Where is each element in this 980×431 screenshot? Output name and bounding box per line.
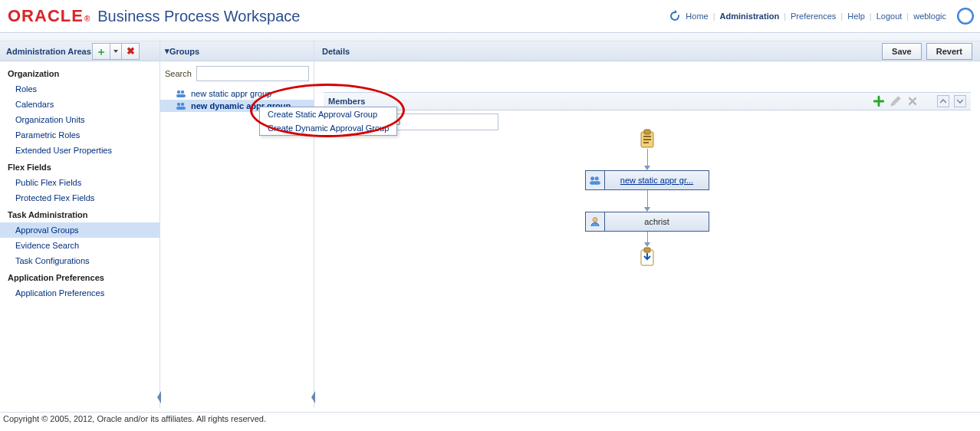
section-task-administration: Task Administration: [0, 206, 159, 222]
section-organization: Organization: [0, 64, 159, 81]
link-user[interactable]: weblogic: [913, 12, 946, 21]
create-dynamic-group-option[interactable]: Create Dynamic Approval Group: [260, 121, 396, 135]
group-item-label: new static appr group: [191, 89, 271, 98]
svg-point-12: [595, 176, 599, 180]
flow-arrow-icon: [644, 190, 650, 212]
group-item-static[interactable]: new static appr group: [160, 87, 314, 100]
main-layout: Administration Areas Organization Roles …: [0, 41, 980, 408]
collapse-up-button[interactable]: [937, 95, 949, 107]
nav-task-configurations[interactable]: Task Configurations: [0, 253, 159, 268]
brand-reg-icon: ®: [84, 15, 90, 23]
sidebar: Administration Areas Organization Roles …: [0, 41, 160, 408]
groups-header: ▾ Groups: [160, 41, 314, 61]
nav-approval-groups[interactable]: Approval Groups: [0, 222, 159, 238]
revert-button[interactable]: Revert: [926, 43, 972, 60]
sidebar-nav: Organization Roles Calendars Organizatio…: [0, 61, 159, 304]
svg-rect-2: [176, 94, 186, 97]
group-icon: [176, 89, 186, 98]
details-title: Details: [322, 47, 350, 56]
svg-point-1: [181, 90, 184, 94]
add-group-button[interactable]: ＋: [92, 43, 110, 60]
svg-rect-16: [644, 248, 650, 252]
nav-public-flex-fields[interactable]: Public Flex Fields: [0, 175, 159, 190]
members-header: Members: [324, 92, 971, 110]
svg-point-11: [590, 176, 594, 180]
header-substrip: [0, 33, 980, 41]
nav-parametric-roles[interactable]: Parametric Roles: [0, 127, 159, 143]
link-home[interactable]: Home: [686, 12, 708, 21]
flow-group-link[interactable]: new static appr gr...: [620, 176, 693, 185]
refresh-icon[interactable]: [669, 10, 681, 22]
x-icon: ✖: [127, 46, 135, 56]
details-header: Details Save Revert: [314, 41, 980, 61]
link-logout[interactable]: Logout: [876, 12, 903, 21]
svg-point-14: [593, 218, 597, 222]
brand-ring-icon: [957, 8, 974, 25]
flow-node-user[interactable]: achrist: [585, 212, 709, 232]
link-preferences[interactable]: Preferences: [791, 12, 836, 21]
nav-calendars[interactable]: Calendars: [0, 97, 159, 112]
plus-icon: ＋: [96, 46, 107, 57]
svg-rect-13: [590, 181, 600, 185]
collapse-down-button[interactable]: [954, 95, 966, 107]
create-group-dropdown: Create Static Approval Group Create Dyna…: [259, 107, 397, 136]
nav-protected-flex-fields[interactable]: Protected Flex Fields: [0, 190, 159, 206]
save-button-label: Save: [892, 47, 912, 56]
brand-logo: ORACLE®: [8, 6, 90, 26]
members-label: Members: [328, 97, 365, 106]
svg-rect-8: [643, 136, 651, 137]
brand-text: ORACLE: [8, 6, 84, 26]
svg-rect-7: [644, 130, 650, 134]
caret-down-icon: [113, 50, 118, 53]
section-flex-fields: Flex Fields: [0, 158, 159, 175]
members-tools: [873, 95, 966, 107]
start-icon: [639, 129, 656, 149]
copyright-text: Copyright © 2005, 2012, Oracle and/or it…: [3, 414, 266, 423]
save-button[interactable]: Save: [882, 43, 922, 60]
remove-member-button[interactable]: [906, 95, 919, 107]
groups-search-row: Search: [160, 61, 314, 86]
add-group-dropdown-toggle[interactable]: [110, 43, 122, 60]
members-flow: new static appr gr... achrist: [324, 110, 971, 371]
details-panel: Details Save Revert Members: [314, 41, 980, 408]
groups-toolbar: ＋ ✖: [92, 41, 140, 61]
details-actions: Save Revert: [882, 43, 972, 60]
nav-application-preferences[interactable]: Application Preferences: [0, 285, 159, 301]
header-links: Home| Administration| Preferences| Help|…: [669, 8, 974, 25]
flow-arrow-icon: [644, 149, 650, 170]
svg-rect-5: [176, 107, 186, 110]
app-header: ORACLE® Business Process Workspace Home|…: [0, 0, 980, 33]
nav-organization-units[interactable]: Organization Units: [0, 112, 159, 127]
link-help[interactable]: Help: [847, 12, 865, 21]
flow-arrow-icon: [644, 232, 650, 247]
search-label: Search: [165, 69, 192, 78]
end-icon: [639, 247, 656, 267]
nav-evidence-search[interactable]: Evidence Search: [0, 238, 159, 253]
group-icon: [586, 171, 605, 189]
link-administration[interactable]: Administration: [720, 12, 780, 21]
svg-rect-10: [643, 142, 649, 143]
flow-node-user-label: achrist: [605, 217, 709, 226]
footer: Copyright © 2005, 2012, Oracle and/or it…: [0, 412, 980, 431]
revert-button-label: Revert: [936, 47, 962, 56]
group-icon: [176, 101, 186, 110]
svg-point-0: [177, 90, 180, 94]
edit-member-button[interactable]: [890, 95, 902, 107]
app-title: Business Process Workspace: [97, 8, 300, 25]
search-input[interactable]: [196, 66, 309, 81]
svg-rect-9: [643, 139, 651, 140]
sidebar-title-label: Administration Areas: [6, 47, 91, 56]
flow-node-group[interactable]: new static appr gr...: [585, 170, 709, 190]
flow-node-group-label: new static appr gr...: [605, 176, 709, 185]
nav-roles[interactable]: Roles: [0, 81, 159, 97]
groups-title: Groups: [169, 47, 199, 56]
nav-extended-user-properties[interactable]: Extended User Properties: [0, 143, 159, 158]
groups-panel: ▾ Groups Search new static appr group ne…: [160, 41, 314, 408]
add-member-button[interactable]: [873, 95, 885, 107]
svg-point-3: [177, 103, 180, 106]
svg-point-4: [181, 103, 184, 106]
create-static-group-option[interactable]: Create Static Approval Group: [260, 107, 396, 121]
section-application-preferences: Application Preferences: [0, 268, 159, 285]
user-icon: [586, 212, 605, 231]
delete-group-button[interactable]: ✖: [121, 43, 140, 60]
